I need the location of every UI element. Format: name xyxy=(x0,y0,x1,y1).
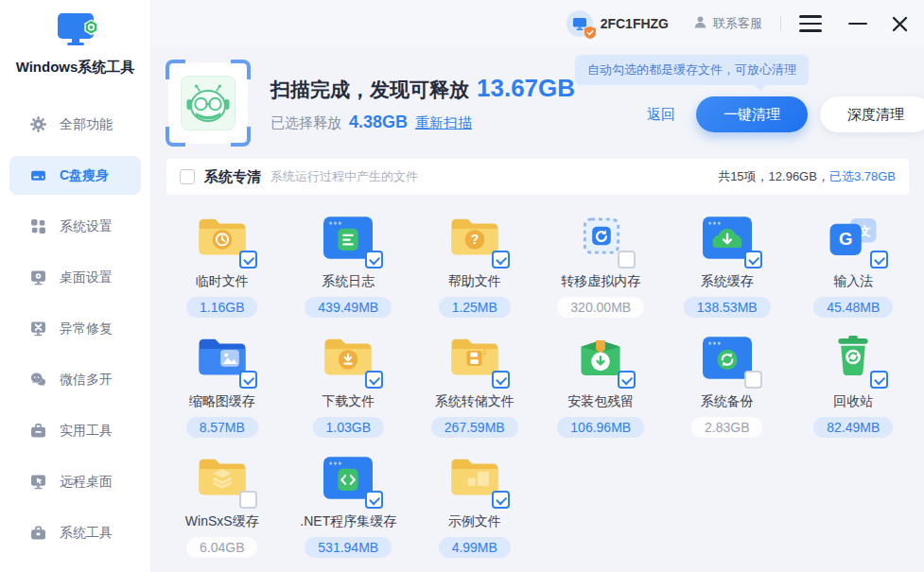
item-checkbox[interactable] xyxy=(239,371,257,389)
item-checkbox[interactable] xyxy=(870,251,888,269)
sidebar-item-label: 全部功能 xyxy=(60,116,113,133)
cleanup-item[interactable]: 系统转储文件267.59MB xyxy=(411,334,538,438)
total-releasable-size: 13.67GB xyxy=(477,74,575,103)
cleanup-item[interactable]: 安装包残留106.96MB xyxy=(538,334,665,438)
item-size-badge: 8.57MB xyxy=(186,417,258,438)
item-checkbox[interactable] xyxy=(744,251,762,269)
item-checkbox[interactable] xyxy=(239,491,257,509)
item-size-badge: 320.00MB xyxy=(557,297,644,318)
sidebar-item-label: 微信多开 xyxy=(60,372,113,389)
cleanup-item[interactable]: 文G输入法45.48MB xyxy=(791,214,917,318)
item-size-badge: 4.99MB xyxy=(439,537,511,558)
one-click-clean-button[interactable]: 一键清理 xyxy=(696,96,808,132)
cleanup-item[interactable]: 下载文件1.03GB xyxy=(286,334,412,438)
section-title: 系统专清 xyxy=(204,168,261,186)
cleanup-item[interactable]: 系统备份2.83GB xyxy=(664,334,791,438)
item-checkbox[interactable] xyxy=(618,371,636,389)
item-checkbox[interactable] xyxy=(239,251,257,269)
item-size-badge: 2.83GB xyxy=(691,417,762,438)
item-size-badge: 439.49MB xyxy=(305,297,392,318)
main-panel: 2FC1FHZG 联系客服 xyxy=(151,0,924,572)
sidebar-item-label: 实用工具 xyxy=(60,423,113,440)
item-checkbox[interactable] xyxy=(365,491,383,509)
toolbox-icon xyxy=(30,423,46,439)
grid-icon xyxy=(30,218,46,234)
topbar: 2FC1FHZG 联系客服 xyxy=(151,0,924,47)
item-size-badge: 82.49MB xyxy=(813,417,893,438)
sidebar-item-gear[interactable]: 全部功能 xyxy=(9,105,141,144)
item-label: .NET程序集缓存 xyxy=(300,513,396,530)
selected-release-size: 4.38GB xyxy=(349,113,408,132)
sidebar-item-desktop-gear[interactable]: 桌面设置 xyxy=(9,258,141,297)
section-subtitle: 系统运行过程中产生的文件 xyxy=(270,168,418,185)
item-checkbox[interactable] xyxy=(365,251,383,269)
system-clean-section-bar: 系统专清 系统运行过程中产生的文件 共15项，12.96GB，已选3.78GB xyxy=(166,159,909,195)
scan-summary-header: 扫描完成，发现可释放 13.67GB 已选择释放 4.38GB 重新扫描 自动勾… xyxy=(151,47,924,144)
section-selected-size: 已选3.78GB xyxy=(829,169,896,183)
item-label: 帮助文件 xyxy=(448,273,501,290)
gear-icon xyxy=(30,116,46,132)
rescan-link[interactable]: 重新扫描 xyxy=(415,114,472,132)
menu-icon[interactable] xyxy=(799,15,822,32)
sidebar-item-wechat[interactable]: 微信多开 xyxy=(9,360,141,399)
sidebar-item-label: 桌面设置 xyxy=(60,269,113,286)
sidebar-item-grid[interactable]: 系统设置 xyxy=(9,207,141,246)
item-checkbox[interactable] xyxy=(870,371,888,389)
sidebar-item-repair[interactable]: 异常修复 xyxy=(9,309,141,348)
cleanup-items-grid: 临时文件1.16GB系统日志439.49MB?帮助文件1.25MB转移虚拟内存3… xyxy=(151,195,924,558)
item-checkbox[interactable] xyxy=(618,251,636,269)
desktop-gear-icon xyxy=(30,269,46,286)
selected-release-line: 已选择释放 4.38GB 重新扫描 xyxy=(270,113,575,132)
sidebar-item-briefcase[interactable]: 系统工具 xyxy=(9,513,141,552)
close-button[interactable] xyxy=(892,16,908,32)
item-checkbox[interactable] xyxy=(492,491,510,509)
sidebar-item-remote-desktop[interactable]: 远程桌面 xyxy=(9,462,141,501)
item-label: 系统缓存 xyxy=(701,273,754,290)
cleanup-item[interactable]: 临时文件1.16GB xyxy=(159,214,286,318)
cleanup-item[interactable]: .NET程序集缓存531.94MB xyxy=(286,454,412,558)
device-chip[interactable]: 2FC1FHZG xyxy=(567,10,669,37)
sidebar-item-label: 远程桌面 xyxy=(60,474,113,491)
person-icon xyxy=(693,15,707,32)
item-size-badge: 45.48MB xyxy=(813,297,893,318)
item-label: 输入法 xyxy=(833,273,873,290)
item-label: 示例文件 xyxy=(448,513,501,530)
auto-select-tooltip: 自动勾选的都是缓存文件，可放心清理 xyxy=(575,55,809,85)
back-link[interactable]: 返回 xyxy=(647,106,675,124)
cleanup-item[interactable]: WinSxS缓存6.04GB xyxy=(159,454,286,558)
item-checkbox[interactable] xyxy=(492,371,510,389)
sidebar-item-label: 系统设置 xyxy=(60,218,113,235)
disk-icon xyxy=(30,167,46,183)
item-label: 临时文件 xyxy=(196,273,249,290)
minimize-button[interactable] xyxy=(848,23,867,26)
cleanup-item[interactable]: 转移虚拟内存320.00MB xyxy=(538,214,665,318)
cleanup-item[interactable]: 回收站82.49MB xyxy=(791,334,917,438)
item-label: 下载文件 xyxy=(322,393,375,410)
shield-check-icon xyxy=(584,26,596,39)
item-label: 系统备份 xyxy=(701,393,754,410)
sidebar: Windows系统工具 全部功能C盘瘦身系统设置桌面设置异常修复微信多开实用工具… xyxy=(0,0,151,572)
device-monitor-icon xyxy=(567,10,593,37)
cleanup-item[interactable]: 示例文件4.99MB xyxy=(411,454,538,558)
item-checkbox[interactable] xyxy=(492,251,510,269)
cleanup-item[interactable]: 系统日志439.49MB xyxy=(286,214,412,318)
contact-support-label: 联系客服 xyxy=(713,15,762,32)
device-id: 2FC1FHZG xyxy=(601,16,669,31)
item-size-badge: 6.04GB xyxy=(186,537,257,558)
cleanup-item[interactable]: 系统缓存138.53MB xyxy=(664,214,791,318)
app-logo: Windows系统工具 xyxy=(0,11,150,77)
item-label: 转移虚拟内存 xyxy=(561,273,640,290)
item-checkbox[interactable] xyxy=(744,371,762,389)
item-checkbox[interactable] xyxy=(365,371,383,389)
svg-text:G: G xyxy=(839,229,852,249)
svg-text:?: ? xyxy=(470,232,479,247)
deep-clean-button[interactable]: 深度清理 xyxy=(820,96,924,132)
wechat-icon xyxy=(30,372,46,388)
contact-support-button[interactable]: 联系客服 xyxy=(693,15,762,32)
topbar-divider xyxy=(780,16,781,31)
section-checkbox[interactable] xyxy=(180,169,195,184)
cleanup-item[interactable]: 缩略图缓存8.57MB xyxy=(159,334,286,438)
cleanup-item[interactable]: ?帮助文件1.25MB xyxy=(411,214,538,318)
sidebar-item-toolbox[interactable]: 实用工具 xyxy=(9,411,141,450)
sidebar-item-disk[interactable]: C盘瘦身 xyxy=(9,156,141,195)
